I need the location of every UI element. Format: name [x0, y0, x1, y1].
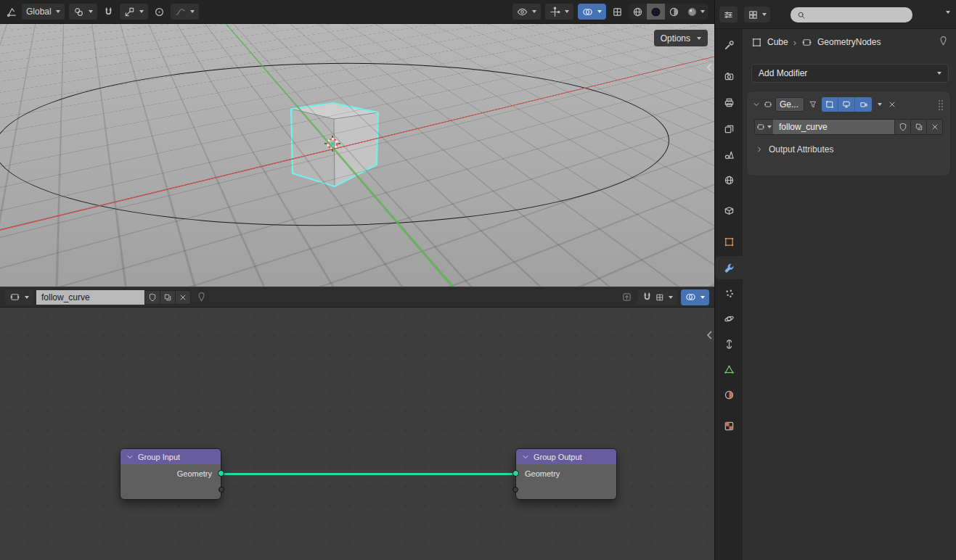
socket-label: Geometry — [177, 469, 212, 478]
chevron-right-icon — [755, 145, 764, 154]
modifier-name-field[interactable]: Ge... — [775, 97, 804, 112]
overlays-dropdown[interactable] — [578, 4, 606, 20]
tab-constraints[interactable] — [715, 332, 743, 355]
new-node-group-button[interactable] — [160, 290, 176, 305]
transform-orientation-dropdown[interactable]: Global — [22, 4, 65, 20]
tab-view-layer[interactable] — [715, 117, 743, 140]
modifier-panel: Ge... — [747, 91, 950, 176]
proportional-editing-toggle[interactable] — [152, 4, 166, 20]
remove-modifier-button[interactable] — [886, 96, 898, 112]
viewport-options-dropdown[interactable]: Options — [654, 30, 708, 46]
tab-world[interactable] — [715, 168, 743, 192]
node-sidebar-collapse-arrow[interactable] — [705, 329, 714, 341]
tab-scene[interactable] — [715, 143, 743, 166]
tab-collection[interactable] — [715, 199, 743, 222]
xray-toggle[interactable] — [610, 4, 624, 20]
tab-texture[interactable] — [715, 414, 743, 437]
pin-icon[interactable] — [938, 36, 949, 46]
modifier-extras-dropdown[interactable] — [875, 96, 883, 112]
editor-type-dropdown[interactable] — [5, 289, 33, 305]
chevron-down-icon — [126, 453, 134, 461]
breadcrumb-node-tree[interactable]: GeometryNodes — [817, 37, 881, 47]
editmode-icon — [825, 100, 834, 109]
breadcrumb-object[interactable]: Cube — [767, 37, 788, 47]
node-link-geometry[interactable] — [221, 473, 515, 475]
viewport-canvas[interactable]: Options — [0, 24, 714, 287]
node-editor-icon — [9, 292, 20, 302]
group-input-header[interactable]: Group Input — [120, 449, 221, 464]
node-group-field-group: follow_curve — [37, 290, 191, 305]
falloff-curve-icon — [175, 7, 186, 17]
display-filter-dropdown[interactable] — [744, 7, 770, 22]
tab-object[interactable] — [715, 230, 743, 253]
node-canvas[interactable]: Group Input Geometry Group Output Geomet… — [0, 308, 714, 560]
proportional-falloff-dropdown[interactable] — [171, 4, 199, 20]
node-group-name-field[interactable]: follow_curve — [773, 119, 895, 135]
object-visibility-dropdown[interactable] — [512, 4, 541, 20]
pin-toggle[interactable] — [195, 289, 208, 305]
breadcrumb-separator: › — [793, 37, 796, 48]
shading-material-button[interactable] — [665, 4, 683, 20]
tab-render[interactable] — [715, 65, 743, 88]
socket-geometry-output[interactable] — [218, 470, 224, 477]
texture-checker-icon — [724, 421, 735, 432]
socket-geometry-input[interactable] — [512, 470, 519, 477]
pivot-point-dropdown[interactable] — [69, 4, 97, 20]
monitor-icon — [842, 100, 851, 109]
display-realtime-toggle[interactable] — [838, 97, 855, 112]
rendered-sphere-icon — [687, 7, 698, 17]
chevron-down-icon — [521, 453, 530, 461]
properties-search[interactable] — [790, 7, 912, 22]
funnel-icon — [809, 100, 817, 109]
add-modifier-label: Add Modifier — [759, 68, 807, 78]
shading-solid-button[interactable] — [647, 4, 665, 20]
chevron-down-icon[interactable] — [946, 11, 950, 14]
snap-target-dropdown[interactable] — [120, 4, 148, 20]
add-modifier-dropdown[interactable]: Add Modifier — [751, 64, 949, 83]
magnet-icon — [103, 7, 114, 17]
tab-material[interactable] — [715, 383, 743, 406]
search-input[interactable] — [809, 10, 896, 20]
socket-virtual-output[interactable] — [218, 487, 224, 493]
tab-tool[interactable] — [715, 33, 743, 57]
snap-toggle[interactable] — [102, 4, 115, 20]
node-snap-dropdown[interactable] — [637, 289, 677, 305]
fake-user-button[interactable] — [144, 290, 160, 305]
unlink-node-group-button[interactable] — [926, 119, 943, 135]
new-node-group-button[interactable] — [910, 119, 927, 135]
unlink-node-group-button[interactable] — [175, 290, 191, 305]
drag-handle-icon[interactable] — [936, 99, 945, 110]
tab-modifiers[interactable] — [715, 256, 743, 279]
display-render-toggle[interactable] — [855, 97, 872, 112]
fake-user-button[interactable] — [894, 119, 911, 135]
close-icon — [179, 293, 187, 302]
tab-object-data[interactable] — [715, 358, 743, 381]
chevron-down-icon — [697, 37, 701, 40]
shading-rendered-button[interactable] — [683, 4, 708, 20]
node-overlays-dropdown[interactable] — [681, 289, 709, 305]
sidebar-collapse-arrow[interactable] — [705, 62, 714, 73]
mesh-data-icon — [724, 364, 735, 375]
display-editmode-toggle[interactable] — [822, 97, 838, 112]
tab-particles[interactable] — [715, 281, 743, 305]
chevron-down-icon — [139, 10, 144, 13]
group-output-node[interactable]: Group Output Geometry — [515, 448, 617, 500]
browse-node-group-button[interactable] — [754, 119, 774, 135]
parent-node-button[interactable] — [620, 289, 634, 305]
group-input-node[interactable]: Group Input Geometry — [120, 448, 221, 500]
shading-wireframe-button[interactable] — [629, 4, 647, 20]
node-group-name-field[interactable]: follow_curve — [36, 290, 145, 305]
output-attributes-section[interactable]: Output Attributes — [755, 144, 945, 155]
chevron-down-icon — [700, 296, 705, 299]
render-camera-icon — [724, 71, 735, 82]
tab-output[interactable] — [715, 91, 743, 114]
properties-editor: Cube › GeometryNodes Add Modifier Ge... — [714, 0, 956, 560]
printer-icon — [724, 97, 735, 108]
gizmos-dropdown[interactable] — [545, 4, 573, 20]
group-output-header[interactable]: Group Output — [516, 449, 616, 464]
expand-chevron-icon[interactable] — [752, 100, 761, 109]
editor-type-properties-dropdown[interactable] — [719, 7, 738, 22]
edit-mode-display-toggle[interactable] — [807, 96, 819, 112]
tab-physics[interactable] — [715, 307, 743, 330]
socket-virtual-input[interactable] — [512, 487, 518, 493]
